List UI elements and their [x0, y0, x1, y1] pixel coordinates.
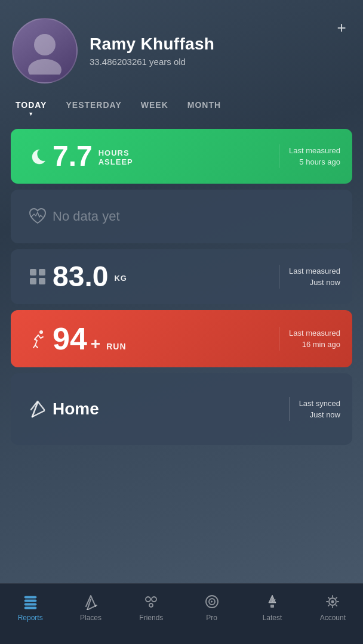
nav-item-account[interactable]: Account	[303, 591, 363, 624]
places-icon	[82, 593, 99, 610]
nav-label-account: Account	[320, 614, 346, 622]
pro-icon	[204, 593, 220, 610]
weight-unit: KG	[114, 274, 127, 283]
sleep-divider	[279, 144, 279, 168]
nav-item-friends[interactable]: Friends	[121, 591, 182, 624]
svg-point-0	[34, 34, 56, 55]
tab-week[interactable]: WEEK	[131, 95, 178, 114]
svg-rect-8	[24, 600, 36, 602]
home-location-icon	[23, 398, 53, 420]
user-age: 33.486203261 years old	[90, 57, 351, 67]
nav-label-friends: Friends	[139, 614, 163, 622]
header: Ramy Khuffash 33.486203261 years old +	[0, 0, 363, 95]
cards-container: 7.7 HOURS ASLEEP Last measured 5 hours a…	[0, 122, 363, 583]
svg-point-18	[331, 600, 334, 603]
svg-point-12	[152, 597, 156, 602]
svg-rect-4	[30, 278, 36, 284]
latest-icon	[264, 593, 281, 610]
user-info: Ramy Khuffash 33.486203261 years old	[90, 35, 351, 67]
bottom-nav: Reports Places Friends	[0, 583, 363, 644]
heart-icon	[23, 205, 53, 228]
svg-rect-9	[24, 603, 36, 605]
tab-month[interactable]: MONTH	[178, 95, 230, 114]
heart-main: No data yet	[53, 209, 340, 224]
nav-label-reports: Reports	[18, 614, 43, 622]
svg-point-13	[149, 603, 153, 607]
run-icon	[23, 327, 53, 350]
run-unit: RUN	[106, 342, 126, 351]
weight-icon	[23, 265, 53, 288]
sleep-measured: Last measured 5 hours ago	[289, 145, 340, 168]
svg-point-11	[146, 597, 150, 602]
nav-item-places[interactable]: Places	[60, 591, 121, 624]
sleep-unit: HOURS ASLEEP	[99, 148, 133, 166]
time-tabs: TODAY ▼ YESTERDAY WEEK MONTH	[0, 95, 363, 122]
sleep-icon	[23, 145, 53, 168]
svg-rect-3	[39, 269, 45, 275]
heart-card[interactable]: No data yet	[11, 190, 352, 243]
heart-no-data: No data yet	[53, 209, 120, 224]
svg-rect-7	[24, 596, 36, 598]
tab-yesterday[interactable]: YESTERDAY	[56, 95, 131, 114]
svg-rect-10	[24, 607, 36, 609]
run-value: 94	[53, 323, 87, 354]
friends-icon	[143, 593, 159, 610]
nav-label-latest: Latest	[263, 614, 282, 622]
svg-point-1	[28, 59, 61, 75]
run-measured: Last measured 16 min ago	[289, 327, 340, 351]
nav-item-latest[interactable]: Latest	[242, 591, 302, 624]
weight-value: 83.0	[53, 262, 108, 291]
svg-rect-2	[30, 269, 36, 275]
home-label: Home	[53, 400, 99, 419]
nav-item-reports[interactable]: Reports	[0, 591, 60, 624]
nav-item-pro[interactable]: Pro	[182, 591, 242, 624]
svg-rect-5	[39, 278, 45, 284]
home-main: Home	[53, 400, 279, 419]
home-divider	[289, 397, 290, 421]
weight-card[interactable]: 83.0 KG Last measured Just now	[11, 249, 352, 304]
avatar	[12, 18, 78, 83]
reports-icon	[22, 593, 39, 610]
sleep-card[interactable]: 7.7 HOURS ASLEEP Last measured 5 hours a…	[11, 129, 352, 184]
run-divider	[279, 327, 279, 351]
add-button[interactable]: +	[332, 18, 351, 37]
sleep-main: 7.7 HOURS ASLEEP	[53, 142, 269, 171]
run-main: 94 + RUN	[53, 323, 269, 354]
account-icon	[324, 593, 341, 610]
tab-today[interactable]: TODAY ▼	[6, 95, 56, 122]
nav-label-places: Places	[80, 614, 101, 622]
home-measured: Last synced Just now	[299, 398, 340, 421]
user-name: Ramy Khuffash	[90, 35, 351, 54]
run-card[interactable]: 94 + RUN Last measured 16 min ago	[11, 310, 352, 367]
weight-main: 83.0 KG	[53, 262, 269, 291]
svg-point-6	[39, 330, 43, 334]
sleep-value: 7.7	[53, 142, 93, 171]
run-plus: +	[91, 335, 100, 354]
nav-label-pro: Pro	[206, 614, 217, 622]
weight-measured: Last measured Just now	[289, 265, 340, 289]
home-card[interactable]: Home Last synced Just now	[11, 373, 352, 445]
weight-divider	[279, 265, 279, 289]
svg-rect-16	[270, 605, 274, 608]
